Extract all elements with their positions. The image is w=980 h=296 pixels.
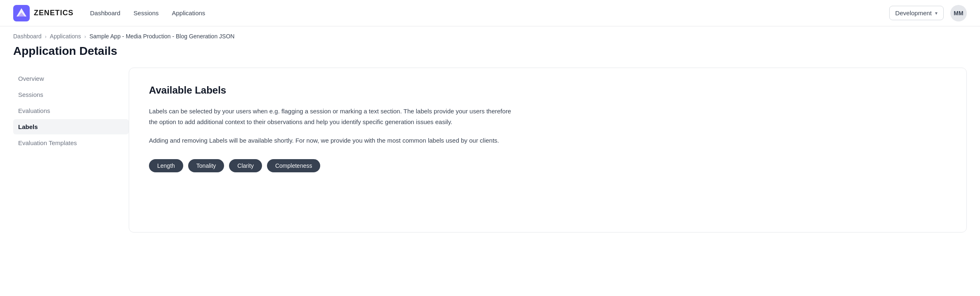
description-2: Adding and removing Labels will be avail… [149, 135, 520, 146]
breadcrumb-current: Sample App - Media Production - Blog Gen… [90, 33, 235, 40]
nav-dashboard[interactable]: Dashboard [90, 8, 120, 18]
env-dropdown[interactable]: Development ▾ [889, 6, 944, 20]
section-title: Available Labels [149, 85, 947, 96]
nav-applications[interactable]: Applications [172, 8, 205, 18]
sidebar-item-labels[interactable]: Labels [13, 119, 129, 134]
page-title: Application Details [0, 43, 980, 68]
label-chip-clarity: Clarity [229, 159, 262, 172]
description-1: Labels can be selected by your users whe… [149, 106, 520, 127]
navbar: ZENETICS Dashboard Sessions Applications… [0, 0, 980, 26]
content-area: Available Labels Labels can be selected … [129, 68, 967, 233]
sidebar-item-overview[interactable]: Overview [13, 71, 129, 86]
breadcrumb-dashboard[interactable]: Dashboard [13, 33, 42, 40]
nav-links: Dashboard Sessions Applications [90, 8, 889, 18]
breadcrumb-sep-2: › [84, 33, 86, 40]
label-chip-completeness: Completeness [267, 159, 321, 172]
brand-name: ZENETICS [34, 9, 73, 17]
label-chip-tonality: Tonality [188, 159, 224, 172]
logo-icon [13, 5, 30, 21]
avatar-initials: MM [954, 10, 963, 16]
env-label: Development [895, 9, 932, 16]
sidebar-item-sessions[interactable]: Sessions [13, 87, 129, 102]
breadcrumb: Dashboard › Applications › Sample App - … [0, 26, 980, 43]
label-chip-length: Length [149, 159, 183, 172]
chevron-down-icon: ▾ [935, 10, 937, 16]
avatar[interactable]: MM [950, 5, 967, 21]
sidebar: Overview Sessions Evaluations Labels Eva… [13, 68, 129, 233]
labels-row: Length Tonality Clarity Completeness [149, 159, 947, 172]
logo-area[interactable]: ZENETICS [13, 5, 73, 21]
breadcrumb-sep-1: › [45, 33, 47, 40]
breadcrumb-applications[interactable]: Applications [50, 33, 81, 40]
sidebar-item-eval-templates[interactable]: Evaluation Templates [13, 135, 129, 150]
sidebar-item-evaluations[interactable]: Evaluations [13, 103, 129, 118]
nav-sessions[interactable]: Sessions [134, 8, 159, 18]
nav-right: Development ▾ MM [889, 5, 967, 21]
main-layout: Overview Sessions Evaluations Labels Eva… [0, 68, 980, 233]
